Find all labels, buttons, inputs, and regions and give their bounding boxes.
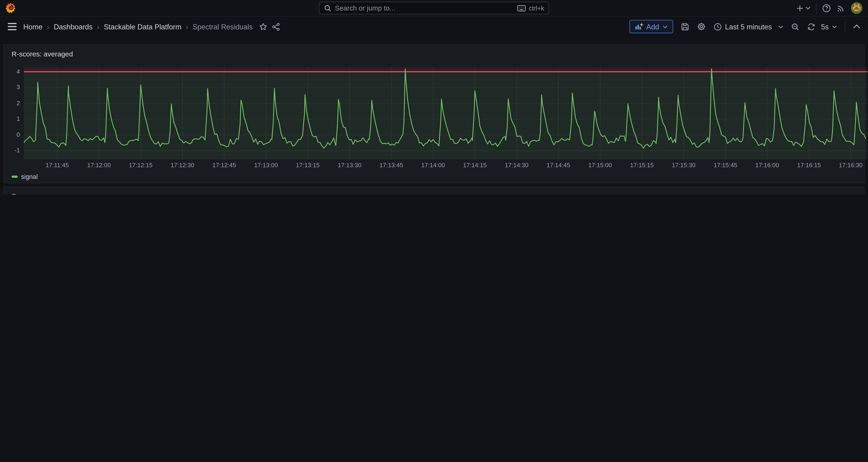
y-axis: 43210-1 [8,67,23,159]
x-tick-label: 17:13:45 [373,162,410,168]
keyboard-icon [517,5,526,11]
threshold-region-below [24,72,868,159]
refresh-picker[interactable]: 5s [807,22,837,31]
legend-label: signal [21,173,37,180]
add-panel-button[interactable]: Add [629,20,673,33]
legend: signal [8,172,860,182]
toolbar-divider [845,22,845,32]
refresh-interval-dropdown[interactable]: 5s [821,22,837,31]
search-input[interactable]: Search or jump to... ctrl+k [319,2,549,14]
top-nav-left [6,3,319,13]
breadcrumb-separator: › [97,22,99,31]
x-tick-label: 17:14:00 [414,162,452,168]
add-button-label: Add [646,22,659,31]
search-shortcut: ctrl+k [517,5,544,11]
x-tick-label: 17:15:00 [581,162,619,168]
grafana-dashboard: Search or jump to... ctrl+k [0,0,868,194]
top-nav-right [549,2,862,14]
user-avatar[interactable] [851,2,862,14]
news-icon[interactable] [837,3,845,12]
x-tick-label: 17:11:45 [38,162,76,168]
x-tick-label: 17:12:15 [122,162,159,168]
panel-r-scores-averaged: R-scores: averaged 43210-1 17:11:4517:12… [3,44,865,183]
x-tick-label: 17:14:15 [456,162,494,168]
add-panel-icon [634,22,643,31]
top-nav-bar: Search or jump to... ctrl+k [0,0,868,17]
topnav-divider [816,3,816,13]
x-tick-label: 17:16:30 [832,162,868,168]
x-tick-label: 17:15:15 [623,162,661,168]
x-tick-label: 17:12:45 [206,162,243,168]
help-icon[interactable] [822,3,831,12]
threshold-region-above [24,67,868,71]
panel-title[interactable]: R-scores [8,191,860,194]
breadcrumb-separator: › [47,22,49,31]
y-tick-label: 1 [17,115,20,122]
search-placeholder: Search or jump to... [335,4,514,12]
zoom-out-time-icon[interactable] [791,22,800,31]
new-item-button[interactable] [796,4,810,12]
hide-controls-button[interactable] [853,24,860,29]
search-icon [324,4,332,12]
x-tick-label: 17:15:45 [707,162,744,168]
grafana-logo-icon[interactable] [6,3,16,13]
breadcrumb-separator: › [186,22,188,31]
toolbar-actions: Add [629,20,860,33]
x-tick-label: 17:16:15 [790,162,828,168]
panel-title[interactable]: R-scores: averaged [8,49,860,60]
breadcrumb-folder[interactable]: Stackable Data Platform [104,22,181,31]
x-tick-label: 17:13:15 [289,162,327,168]
favorite-star-icon[interactable] [259,22,268,31]
chart-canvas[interactable] [24,67,868,159]
x-tick-label: 17:16:00 [748,162,786,168]
y-tick-label: 0 [17,131,20,137]
panel-r-scores: R-scores 12.5107.552.50-2.5 17:11:4517:1… [3,187,865,194]
breadcrumb-dashboards[interactable]: Dashboards [54,22,92,31]
x-tick-label: 17:12:00 [80,162,118,168]
refresh-icon[interactable] [807,22,816,31]
share-icon[interactable] [272,22,280,31]
dashboard-toolbar: Home › Dashboards › Stackable Data Platf… [0,17,868,36]
y-tick-label: 2 [17,100,20,106]
dashboard-settings-icon[interactable] [697,22,706,31]
refresh-interval-label: 5s [821,22,829,31]
x-tick-label: 17:14:30 [498,162,535,168]
chart-plot-area[interactable]: 17:11:4517:12:0017:12:1517:12:3017:12:45… [24,67,868,169]
breadcrumb-current-dashboard: Spectral Residuals [193,22,252,31]
time-range-picker[interactable]: Last 5 minutes [713,22,783,31]
legend-item-signal[interactable]: signal [12,173,38,180]
clock-icon [713,22,722,31]
x-tick-label: 17:14:45 [539,162,577,168]
y-tick-label: 3 [17,84,20,90]
breadcrumb: Home › Dashboards › Stackable Data Platf… [23,22,253,31]
x-tick-label: 17:12:30 [164,162,201,168]
save-dashboard-icon[interactable] [681,22,689,31]
x-tick-label: 17:15:30 [665,162,703,168]
x-tick-label: 17:13:30 [331,162,368,168]
breadcrumb-home[interactable]: Home [23,22,42,31]
y-tick-label: -1 [14,147,20,153]
search-shortcut-label: ctrl+k [529,5,544,11]
legend-color-pill [12,175,18,178]
x-tick-label: 17:13:00 [247,162,285,168]
y-tick-label: 4 [17,68,20,74]
time-range-label: Last 5 minutes [725,22,772,31]
x-axis: 17:11:4517:12:0017:12:1517:12:3017:12:45… [24,159,868,170]
mega-menu-icon[interactable] [8,23,17,30]
